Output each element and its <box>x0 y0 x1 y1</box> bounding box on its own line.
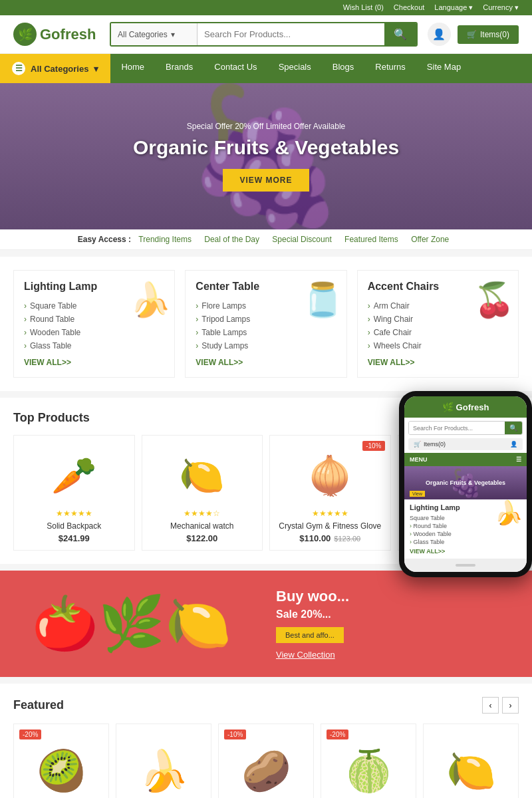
easy-access-deal[interactable]: Deal of the Day <box>204 235 259 244</box>
featured-navigation: ‹ › <box>482 697 519 714</box>
nav-home[interactable]: Home <box>110 54 155 83</box>
promo-view-collection-link[interactable]: View Collection <box>276 650 335 660</box>
featured-prev-button[interactable]: ‹ <box>482 697 499 714</box>
search-input[interactable] <box>198 23 384 45</box>
product-image-kiwi: 🥝 <box>21 741 102 798</box>
nav-specials[interactable]: Specials <box>268 54 322 83</box>
list-item[interactable]: Glass Table <box>24 339 164 352</box>
hero-content: Special Offer 20% Off Limited Offer Avai… <box>133 122 399 192</box>
checkout-link[interactable]: Checkout <box>394 3 424 12</box>
hero-subtitle: Special Offer 20% Off Limited Offer Avai… <box>133 122 399 131</box>
nav-returns[interactable]: Returns <box>364 54 416 83</box>
featured-card: 🍋 <box>423 724 519 798</box>
product-image: 🧅 <box>277 449 384 502</box>
phone-logo-icon: 🌿 <box>442 402 454 412</box>
phone-mockup: 🌿 Gofresh 🔍 🛒 Items(0) 👤 MENU ☰ 🍇 Organi… <box>399 391 532 577</box>
product-badge: -10% <box>224 730 246 739</box>
easy-access-offer[interactable]: Offer Zone <box>411 235 449 244</box>
language-dropdown[interactable]: Language ▾ <box>434 3 473 12</box>
chevron-down-icon: ▾ <box>171 30 175 39</box>
all-categories-nav[interactable]: ☰ All Categories ▾ <box>0 54 110 83</box>
phone-header: 🌿 Gofresh <box>404 396 527 418</box>
featured-card: 🍌 <box>116 724 211 798</box>
phone-content: Lighting Lamp Square Table › Round Table… <box>404 499 527 559</box>
category-card-accent: Accent Chairs Arm Chair Wing Chair Cafe … <box>357 270 519 378</box>
product-card: 🍋 ★★★★☆ Mechanical watch $122.00 <box>142 435 263 551</box>
featured-card: -20% 🍈 <box>321 724 416 798</box>
top-bar: Wish List (0) Checkout Language ▾ Curren… <box>0 0 532 15</box>
chevron-down-icon: ▾ <box>94 64 98 74</box>
all-categories-label: All Categories <box>31 64 88 74</box>
list-item[interactable]: Table Lamps <box>196 326 336 339</box>
promo-subtitle: Sale 20%... <box>276 608 519 620</box>
product-image: 🥕 <box>21 449 128 502</box>
category-view-all[interactable]: VIEW ALL>> <box>196 358 336 367</box>
header-icons: 👤 🛒 Items(0) <box>428 23 519 46</box>
category-image-blueberry: 🫙 <box>302 281 343 319</box>
product-stars: ★★★★★ <box>277 509 384 518</box>
nav-contact[interactable]: Contact Us <box>203 54 267 83</box>
product-image-lemon: 🍋 <box>430 741 511 798</box>
featured-card: -20% 🥝 <box>13 724 109 798</box>
category-card-center: Center Table Flore Lamps Tripod Lamps Ta… <box>185 270 346 378</box>
list-item[interactable]: Cafe Chair <box>368 326 508 339</box>
phone-hero-badge: View <box>410 491 425 497</box>
top-products-section: Top Products 🥕 ★★★★★ Solid Backpack $241… <box>0 398 532 564</box>
phone-cart-label: Items(0) <box>424 441 446 448</box>
phone-scroll-bar <box>404 559 527 572</box>
user-icon[interactable]: 👤 <box>428 23 451 46</box>
cart-button[interactable]: 🛒 Items(0) <box>458 25 519 44</box>
phone-search-input[interactable] <box>409 422 505 434</box>
wishlist-link[interactable]: Wish List (0) <box>343 3 384 12</box>
product-price: $122.00 <box>149 533 256 543</box>
promo-content: Buy woo... Sale 20%... Best and affo... … <box>263 575 532 673</box>
featured-header: Featured ‹ › <box>13 697 519 714</box>
nav-brands[interactable]: Brands <box>155 54 203 83</box>
phone-fruit-image: 🍌 <box>494 499 523 527</box>
search-bar: All Categories ▾ 🔍 <box>110 22 418 47</box>
list-item[interactable]: Wheels Chair <box>368 339 508 352</box>
phone-view-all[interactable]: VIEW ALL>> <box>410 548 521 555</box>
search-category-select[interactable]: All Categories ▾ <box>111 23 198 45</box>
featured-card: -10% 🥔 <box>218 724 314 798</box>
search-button[interactable]: 🔍 <box>384 23 416 45</box>
phone-user-icon: 👤 <box>510 441 517 448</box>
list-item[interactable]: Study Lamps <box>196 339 336 352</box>
category-view-all[interactable]: VIEW ALL>> <box>24 358 164 367</box>
phone-list-item: › Wooden Table <box>410 530 521 538</box>
phone-hero: 🍇 Organic Fruits & Vegetables View <box>404 466 527 499</box>
product-stars: ★★★★☆ <box>149 509 256 518</box>
currency-dropdown[interactable]: Currency ▾ <box>483 3 519 12</box>
category-image-cherry: 🍒 <box>473 281 515 319</box>
nav-sitemap[interactable]: Site Map <box>416 54 471 83</box>
product-image: 🍋 <box>149 449 256 502</box>
promo-title: Buy woo... <box>276 588 519 605</box>
promo-banner: 🍅🌿🍋 Buy woo... Sale 20%... Best and affo… <box>0 571 532 677</box>
phone-menu-label: MENU <box>410 456 428 463</box>
menu-icon: ☰ <box>516 456 521 463</box>
phone-cart-icon: 🛒 <box>414 441 421 448</box>
phone-search-bar: 🔍 <box>408 421 523 435</box>
easy-access-discount[interactable]: Special Discount <box>272 235 331 244</box>
product-price: $110.00 <box>299 533 331 543</box>
product-card: -10% 🧅 ★★★★★ Crystal Gym & Fitness Glove… <box>269 435 391 551</box>
phone-menu-bar: MENU ☰ <box>404 453 527 466</box>
cart-label: Items(0) <box>480 30 509 39</box>
phone-search-button[interactable]: 🔍 <box>505 422 522 434</box>
product-name: Crystal Gym & Fitness Glove <box>277 521 384 531</box>
logo-icon: 🌿 <box>13 23 37 46</box>
easy-access-featured[interactable]: Featured Items <box>344 235 398 244</box>
logo[interactable]: 🌿 Gofresh <box>13 23 100 46</box>
nav-blogs[interactable]: Blogs <box>322 54 365 83</box>
category-view-all[interactable]: VIEW ALL>> <box>368 358 508 367</box>
featured-next-button[interactable]: › <box>502 697 519 714</box>
nav-links: Home Brands Contact Us Specials Blogs Re… <box>110 54 471 83</box>
category-card-lighting: Lighting Lamp Square Table Round Table W… <box>13 270 175 378</box>
product-old-price: $123.00 <box>334 535 360 543</box>
easy-access-trending[interactable]: Trending Items <box>138 235 192 244</box>
hero-view-more-button[interactable]: VIEW MORE <box>223 169 309 192</box>
product-image-banana: 🍌 <box>123 741 204 798</box>
cart-icon: 🛒 <box>467 30 477 39</box>
featured-grid: -20% 🥝 🍌 -10% 🥔 -20% 🍈 🍋 <box>13 724 519 798</box>
list-item[interactable]: Wooden Table <box>24 326 164 339</box>
